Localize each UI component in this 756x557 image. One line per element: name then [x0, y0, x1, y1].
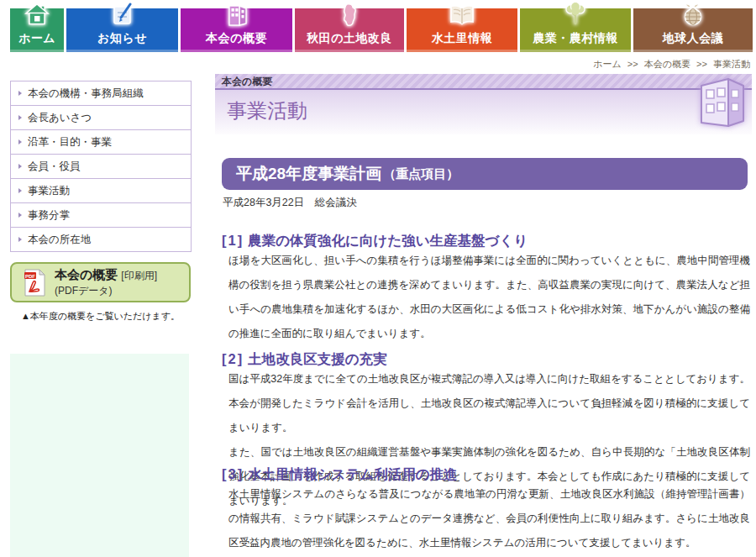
- pdf-box-subtitle: (PDFデータ): [55, 284, 157, 298]
- section-1-heading: [1]農業の体質強化に向けた強い生産基盤づくり: [222, 232, 528, 250]
- sidebar-item-label: 会長あいさつ: [28, 111, 92, 125]
- nav-tab-overview[interactable]: 本会の概要: [181, 8, 292, 52]
- nav-tab-label: お知らせ: [97, 31, 147, 46]
- paragraph: 国は平成32年度までに全ての土地改良区が複式簿記の導入又は導入に向けた取組をする…: [228, 367, 750, 440]
- breadcrumb-overview[interactable]: 本会の概要: [644, 59, 690, 69]
- pdf-box-text: 本会の概要[印刷用] (PDFデータ): [55, 267, 157, 298]
- akita-map-icon: [336, 2, 363, 29]
- tree-icon: [562, 2, 589, 29]
- sidebar-item-label: 本会の機構・事務局組織: [28, 87, 144, 101]
- pdf-box-title: 本会の概要: [55, 267, 118, 281]
- nav-tab-label: 秋田の土地改良: [307, 31, 392, 46]
- building-header-icon: [698, 76, 747, 129]
- section-heading-text: 水土里情報システム利活用の推進: [248, 466, 457, 481]
- page-title: 事業活動: [215, 90, 752, 124]
- globe-sprout-icon: [680, 2, 706, 29]
- plan-header: 平成28年度事業計画 （重点項目）: [222, 158, 748, 190]
- sidebar-mint-panel: [10, 354, 189, 557]
- arrow-right-icon: [18, 237, 22, 242]
- section-3-body: 水土里情報システムのさらなる普及につながる農地筆の円滑な更新、土地改良区水利施設…: [228, 482, 750, 555]
- content-header: 本会の概要 事業活動: [215, 74, 752, 134]
- nav-tab-label: 本会の概要: [206, 31, 267, 46]
- breadcrumb-separator: >>: [627, 59, 638, 69]
- nav-tab-label: 水土里情報: [432, 31, 493, 46]
- pdf-download-button[interactable]: PDF 本会の概要[印刷用] (PDFデータ): [10, 262, 191, 302]
- nav-tab-midori-info[interactable]: 水土里情報: [407, 8, 517, 52]
- arrow-right-icon: [18, 188, 22, 193]
- section-heading-text: 農業の体質強化に向けた強い生産基盤づくり: [248, 233, 528, 248]
- nav-tab-label: ホーム: [18, 31, 55, 46]
- page: ホーム お知らせ 本会の概要: [0, 0, 756, 557]
- sidebar-item-organization[interactable]: 本会の機構・事務局組織: [11, 81, 191, 106]
- resolution-date: 平成28年3月22日 総会議決: [223, 196, 357, 210]
- sidebar-item-greeting[interactable]: 会長あいさつ: [11, 106, 191, 130]
- building-icon: [223, 2, 250, 29]
- plan-header-subtitle: （重点項目）: [383, 166, 459, 182]
- arrow-right-icon: [18, 139, 22, 145]
- pdf-note: ▲本年度の概要をご覧いただけます。: [10, 310, 191, 323]
- nav-tab-akita-land[interactable]: 秋田の土地改良: [295, 8, 404, 52]
- title-band: 事業活動: [215, 90, 752, 134]
- memo-pencil-icon: [109, 2, 136, 29]
- nav-tab-agriculture-info[interactable]: 農業・農村情報: [520, 8, 631, 52]
- category-strip: 本会の概要: [215, 74, 752, 90]
- arrow-right-icon: [18, 91, 22, 96]
- open-book-icon: [448, 2, 476, 29]
- nav-tab-news[interactable]: お知らせ: [66, 8, 178, 52]
- section-number: [1]: [222, 233, 244, 248]
- arrow-right-icon: [18, 213, 22, 218]
- section-heading-text: 土地改良区支援の充実: [248, 351, 386, 366]
- pdf-box-print-note: [印刷用]: [121, 270, 157, 281]
- sidebar-item-label: 事業活動: [28, 184, 70, 198]
- arrow-right-icon: [18, 115, 22, 120]
- section-2-heading: [2]土地改良区支援の充実: [222, 350, 387, 369]
- section-3-heading: [3]水土里情報システム利活用の推進: [222, 465, 458, 484]
- sidebar-item-history[interactable]: 沿革・目的・事業: [11, 130, 191, 155]
- top-navigation: ホーム お知らせ 本会の概要: [10, 8, 753, 52]
- sidebar-menu: 本会の機構・事務局組織 会長あいさつ 沿革・目的・事業 会員・役員 事業活動 事…: [10, 81, 192, 252]
- nav-tab-label: 農業・農村情報: [533, 31, 618, 46]
- sidebar-item-label: 事務分掌: [28, 208, 70, 223]
- sidebar-item-label: 会員・役員: [28, 160, 81, 174]
- breadcrumb-home[interactable]: ホーム: [593, 59, 622, 69]
- arrow-right-icon: [18, 164, 22, 169]
- paragraph: ほ場を大区画化し、担い手への集積を行うほ場整備事業には全面的に関わっていくととも…: [228, 249, 750, 346]
- plan-header-title: 平成28年度事業計画: [236, 163, 381, 185]
- section-1-body: ほ場を大区画化し、担い手への集積を行うほ場整備事業には全面的に関わっていくととも…: [228, 249, 750, 346]
- section-number: [2]: [222, 351, 244, 366]
- nav-tab-home[interactable]: ホーム: [10, 8, 64, 52]
- home-icon: [24, 2, 50, 29]
- breadcrumb-current: 事業活動: [713, 59, 750, 69]
- sidebar-item-members[interactable]: 会員・役員: [11, 155, 191, 179]
- sidebar-item-location[interactable]: 本会の所在地: [11, 228, 191, 251]
- breadcrumb-separator: >>: [696, 59, 707, 69]
- paragraph: 水土里情報システムのさらなる普及につながる農地筆の円滑な更新、土地改良区水利施設…: [228, 482, 750, 555]
- nav-tab-label: 地球人会議: [663, 31, 724, 46]
- pdf-icon: PDF: [24, 269, 46, 297]
- breadcrumb: ホーム >> 本会の概要 >> 事業活動: [593, 58, 750, 71]
- nav-tab-earth-people[interactable]: 地球人会議: [633, 8, 753, 52]
- section-number: [3]: [222, 466, 244, 481]
- sidebar-item-duties[interactable]: 事務分掌: [11, 203, 191, 228]
- pdf-icon-label: PDF: [25, 273, 35, 278]
- sidebar-item-label: 沿革・目的・事業: [28, 135, 112, 150]
- sidebar-item-activities[interactable]: 事業活動: [11, 179, 191, 203]
- sidebar-item-label: 本会の所在地: [28, 233, 91, 247]
